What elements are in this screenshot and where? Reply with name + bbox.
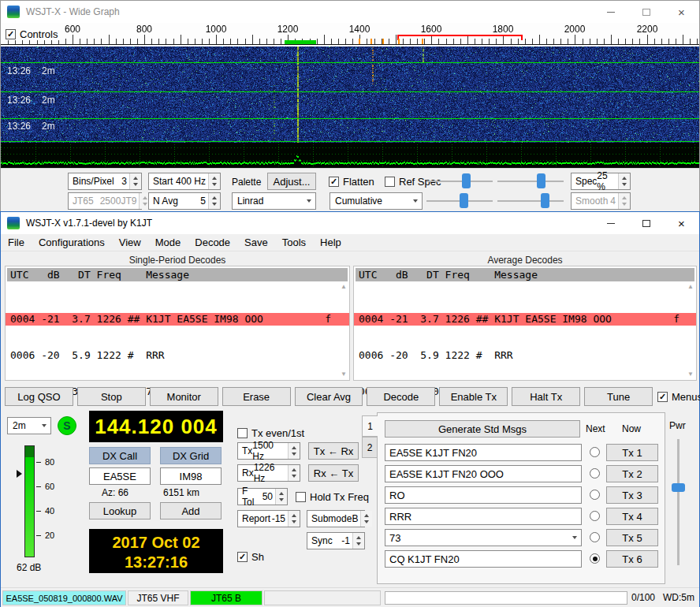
scroll-down-icon[interactable]: ▼ <box>687 371 694 378</box>
menu-help[interactable]: Help <box>313 234 348 251</box>
rx-from-tx-button[interactable]: Rx ← Tx <box>308 464 359 482</box>
tx3-message-field[interactable]: RO <box>385 486 582 504</box>
display-mode-combo[interactable]: Cumulative <box>330 192 423 210</box>
clear-avg-button[interactable]: Clear Avg <box>295 387 363 406</box>
enable-tx-button[interactable]: Enable Tx <box>439 387 508 406</box>
bins-pixel-spinner[interactable]: Bins/Pixel 3 <box>68 173 142 190</box>
minimize-button[interactable] <box>593 1 628 23</box>
tx2-message-field[interactable]: EA5SE K1JT FN20 OOO <box>385 465 582 482</box>
slider-handle[interactable] <box>541 193 549 208</box>
rx-freq-spinner[interactable]: Rx 1226 Hz <box>237 464 300 482</box>
f-tol-spinner[interactable]: F Tol 50 <box>237 488 288 505</box>
dx-call-button[interactable]: DX Call <box>89 447 151 464</box>
tx-from-rx-button[interactable]: Tx ← Rx <box>308 442 359 460</box>
wide-graph-titlebar[interactable]: WSJT-X - Wide Graph × <box>1 1 699 23</box>
decode-row[interactable]: 0004 -21 3.7 1226 ## K1JT EA5SE IM98 OOO… <box>6 313 349 326</box>
menu-tools[interactable]: Tools <box>275 234 313 251</box>
tab-1[interactable]: 1 <box>362 415 378 437</box>
monitor-button[interactable]: Monitor <box>150 387 218 406</box>
status-indicator[interactable]: S <box>58 416 76 435</box>
erase-button[interactable]: Erase <box>222 387 291 406</box>
slider-handle[interactable] <box>537 173 545 188</box>
log-qso-button[interactable]: Log QSO <box>5 387 73 406</box>
tx4-message-field[interactable]: RRR <box>385 508 582 525</box>
dx-grid-button[interactable]: DX Grid <box>160 447 222 464</box>
halt-tx-button[interactable]: Halt Tx <box>512 387 580 406</box>
spec-percent-spinner[interactable]: Spec 25 % <box>571 173 631 190</box>
waterfall-display[interactable] <box>1 47 699 168</box>
tune-button[interactable]: Tune <box>584 387 653 406</box>
add-button[interactable]: Add <box>160 502 222 519</box>
tx-even-checkbox[interactable]: Tx even/1st <box>237 427 304 439</box>
frequency-ruler[interactable] <box>1 23 699 47</box>
tx2-next-radio[interactable] <box>590 468 600 479</box>
close-button[interactable]: × <box>664 212 699 234</box>
main-titlebar[interactable]: WSJT-X v1.7.1-devel by K1JT × <box>1 212 699 234</box>
pwr-slider-handle[interactable] <box>672 483 685 492</box>
spinner-arrows[interactable] <box>288 465 300 481</box>
scroll-up-icon[interactable]: ▲ <box>341 284 347 290</box>
menu-view[interactable]: View <box>112 234 148 251</box>
flatten-checkbox[interactable]: Flatten <box>329 176 374 188</box>
zero-slider[interactable] <box>497 173 564 190</box>
palette-combo[interactable]: Linrad <box>232 192 316 210</box>
tab-2[interactable]: 2 <box>362 437 378 458</box>
tx6-now-button[interactable]: Tx 6 <box>606 550 658 568</box>
tx4-next-radio[interactable] <box>590 511 600 521</box>
menu-mode[interactable]: Mode <box>148 234 188 251</box>
spinner-arrows[interactable] <box>618 173 630 189</box>
tx6-message-field[interactable]: CQ K1JT FN20 <box>385 550 582 568</box>
submode-spinner[interactable]: Submode B <box>307 510 365 527</box>
decode-row[interactable]: 0006 -20 5.9 1222 # RRR <box>6 349 349 362</box>
menu-decode[interactable]: Decode <box>188 234 237 251</box>
spinner-arrows[interactable] <box>208 193 220 209</box>
tx5-now-button[interactable]: Tx 5 <box>606 529 658 546</box>
decode-row[interactable]: 0006 -20 5.9 1222 # RRR <box>354 349 696 362</box>
band-combo[interactable]: 2m <box>7 417 51 434</box>
generate-std-msgs-button[interactable]: Generate Std Msgs <box>385 420 580 438</box>
gain-slider[interactable] <box>426 173 493 190</box>
tx4-now-button[interactable]: Tx 4 <box>606 508 658 525</box>
dx-call-field[interactable]: EA5SE <box>89 467 151 485</box>
spinner-arrows[interactable] <box>129 173 141 189</box>
tx1-next-radio[interactable] <box>590 447 600 457</box>
spinner-arrows[interactable] <box>208 173 220 189</box>
dx-grid-field[interactable]: IM98 <box>160 467 222 485</box>
lookup-button[interactable]: Lookup <box>89 502 151 519</box>
decode-button[interactable]: Decode <box>367 387 435 406</box>
controls-checkbox[interactable]: Controls <box>6 28 61 40</box>
pwr-slider-track[interactable] <box>677 439 680 565</box>
scroll-up-icon[interactable]: ▲ <box>687 284 694 290</box>
spinner-arrows[interactable] <box>288 443 300 459</box>
tx-freq-spinner[interactable]: Tx 1500 Hz <box>237 442 300 460</box>
close-button[interactable]: × <box>664 1 699 23</box>
start-freq-spinner[interactable]: Start 400 Hz <box>148 173 221 190</box>
maximize-button[interactable] <box>628 1 664 23</box>
tx5-message-combo[interactable]: 73 <box>385 529 582 546</box>
menu-save[interactable]: Save <box>237 234 275 251</box>
spinner-arrows[interactable] <box>352 533 364 549</box>
spinner-arrows[interactable] <box>360 511 372 527</box>
slider-handle[interactable] <box>460 193 468 208</box>
maximize-button[interactable] <box>628 212 664 234</box>
tx6-next-radio[interactable] <box>590 553 600 564</box>
decode-row[interactable]: 0004 -21 3.7 1226 ## K1JT EA5SE IM98 OOO… <box>354 313 696 326</box>
tx2-now-button[interactable]: Tx 2 <box>606 465 658 482</box>
sync-spinner[interactable]: Sync -1 <box>307 532 365 549</box>
spinner-arrows[interactable] <box>288 511 300 527</box>
avg-zero-slider[interactable] <box>497 192 564 210</box>
menus-checkbox[interactable]: Menus <box>657 391 700 403</box>
stop-button[interactable]: Stop <box>77 387 146 406</box>
n-avg-spinner[interactable]: N Avg 5 <box>148 192 221 210</box>
tx3-next-radio[interactable] <box>590 490 600 500</box>
report-spinner[interactable]: Report -15 <box>237 510 300 527</box>
sh-checkbox[interactable]: Sh <box>237 551 264 563</box>
tx1-now-button[interactable]: Tx 1 <box>606 444 658 461</box>
menu-configurations[interactable]: Configurations <box>32 234 112 251</box>
tx5-next-radio[interactable] <box>590 532 600 542</box>
spinner-arrows[interactable] <box>275 489 287 505</box>
tx3-now-button[interactable]: Tx 3 <box>606 486 658 504</box>
tx1-message-field[interactable]: EA5SE K1JT FN20 <box>385 444 582 461</box>
slider-handle[interactable] <box>462 173 471 188</box>
scroll-down-icon[interactable]: ▼ <box>341 371 347 378</box>
